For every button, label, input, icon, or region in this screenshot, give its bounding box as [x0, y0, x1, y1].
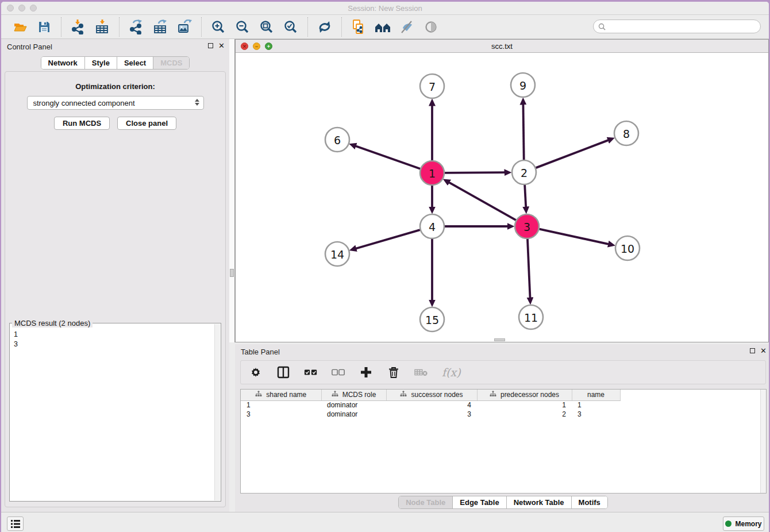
search-input[interactable] [606, 22, 760, 30]
main-toolbar [1, 15, 769, 39]
tab-network-table[interactable]: Network Table [507, 496, 572, 508]
memory-button[interactable]: Memory [723, 516, 764, 531]
table-cell[interactable]: 3 [386, 410, 477, 419]
horizontal-scrollbar-thumb[interactable] [494, 338, 505, 341]
svg-text:7: 7 [429, 80, 436, 93]
float-table-panel-icon[interactable] [750, 348, 755, 353]
save-session-icon[interactable] [36, 18, 53, 36]
column-header-shared-name[interactable]: shared name [241, 390, 321, 400]
tab-edge-table[interactable]: Edge Table [453, 496, 506, 508]
show-graphics-details-icon[interactable] [422, 18, 440, 36]
first-neighbors-icon[interactable] [374, 18, 391, 36]
graph-node-10[interactable]: 10 [615, 236, 640, 260]
table-cell[interactable]: 1 [241, 400, 321, 410]
table-toolbar: f(x) [240, 360, 766, 384]
split-panel-icon[interactable] [276, 365, 290, 379]
close-panel-icon[interactable]: ✕ [218, 43, 225, 49]
svg-text:15: 15 [425, 314, 439, 326]
table-scrollbar[interactable] [760, 390, 766, 493]
function-builder-icon[interactable]: f(x) [442, 366, 461, 379]
open-session-icon[interactable] [11, 18, 29, 36]
table-row[interactable]: 1dominator411 [241, 400, 620, 410]
shared-column-icon [490, 391, 496, 399]
graph-node-6[interactable]: 6 [325, 128, 349, 152]
table-cell[interactable]: 1 [572, 400, 620, 410]
graph-edge-2-9[interactable] [523, 105, 523, 160]
optimization-criterion-select[interactable]: strongly connected component [27, 96, 204, 110]
tab-select[interactable]: Select [117, 57, 153, 69]
network-canvas[interactable]: 7968124314101511 [236, 53, 768, 342]
tab-style[interactable]: Style [85, 57, 117, 69]
table-panel-title: Table Panel [241, 348, 280, 356]
zoom-in-icon[interactable] [210, 18, 227, 36]
network-graph[interactable]: 7968124314101511 [236, 53, 768, 342]
column-header-predecessor-nodes[interactable]: predecessor nodes [477, 390, 572, 400]
result-scrollbar[interactable] [214, 324, 220, 500]
tab-motifs[interactable]: Motifs [572, 496, 607, 508]
tab-network[interactable]: Network [41, 57, 85, 69]
export-image-icon[interactable] [176, 18, 193, 36]
graph-edge-4-14[interactable] [356, 230, 420, 248]
column-header-MCDS-role[interactable]: MCDS role [321, 390, 386, 400]
export-network-icon[interactable] [128, 18, 145, 36]
deselect-all-columns-icon[interactable] [332, 365, 345, 379]
export-table-icon[interactable] [152, 18, 169, 36]
graph-node-7[interactable]: 7 [420, 74, 444, 98]
import-table-icon[interactable] [94, 18, 111, 36]
graph-node-2[interactable]: 2 [512, 160, 536, 184]
delete-table-icon[interactable] [414, 365, 428, 379]
graph-node-1[interactable]: 1 [420, 161, 444, 185]
vertical-scrollbar[interactable] [229, 39, 235, 342]
graph-node-3[interactable]: 3 [515, 214, 539, 238]
hide-graphics-details-icon[interactable] [398, 18, 415, 36]
column-header-name[interactable]: name [572, 390, 620, 400]
shared-column-icon [255, 391, 262, 399]
graph-node-15[interactable]: 15 [420, 307, 444, 331]
graph-node-11[interactable]: 11 [519, 305, 543, 329]
select-all-columns-icon[interactable] [304, 365, 318, 379]
table-cell[interactable]: 3 [572, 410, 620, 419]
table-cell[interactable]: dominator [321, 400, 386, 410]
graph-edge-2-3[interactable] [525, 185, 526, 207]
graph-edge-2-8[interactable] [536, 140, 609, 168]
graph-edge-3-11[interactable] [528, 239, 530, 298]
tab-mcds[interactable]: MCDS [153, 57, 189, 69]
table-row[interactable]: 3dominator323 [241, 410, 620, 419]
table-settings-icon[interactable] [249, 365, 263, 379]
control-panel-tabs: NetworkStyleSelectMCDS [41, 56, 190, 70]
svg-text:14: 14 [330, 248, 344, 261]
optimization-criterion-label: Optimization criterion: [5, 82, 225, 91]
table-cell[interactable]: 4 [386, 400, 477, 410]
task-history-button[interactable] [7, 516, 24, 531]
graph-edge-3-10[interactable] [539, 229, 608, 244]
column-header-successor-nodes[interactable]: successor nodes [386, 390, 477, 400]
graph-edge-1-6[interactable] [356, 146, 420, 168]
tab-node-table[interactable]: Node Table [399, 496, 453, 508]
delete-column-icon[interactable] [387, 365, 401, 379]
zoom-out-icon[interactable] [234, 18, 251, 36]
svg-text:6: 6 [334, 134, 341, 147]
run-mcds-button[interactable]: Run MCDS [54, 117, 110, 130]
close-panel-button[interactable]: Close panel [117, 117, 176, 130]
table-cell[interactable]: 2 [477, 410, 572, 419]
table-cell[interactable]: 3 [241, 410, 321, 419]
import-network-icon[interactable] [70, 18, 87, 36]
graph-node-4[interactable]: 4 [420, 214, 444, 238]
close-table-panel-icon[interactable]: ✕ [760, 348, 767, 354]
table-cell[interactable]: 1 [477, 400, 572, 410]
float-panel-icon[interactable] [208, 43, 213, 48]
graph-edge-3-1[interactable] [449, 183, 516, 221]
refresh-layout-icon[interactable] [316, 18, 333, 36]
add-column-icon[interactable] [359, 365, 373, 379]
zoom-fit-icon[interactable] [258, 18, 275, 36]
graph-node-8[interactable]: 8 [614, 121, 638, 145]
toolbar-separator [201, 17, 202, 37]
table-cell[interactable]: dominator [321, 410, 386, 419]
graph-node-14[interactable]: 14 [325, 242, 349, 266]
zoom-selected-icon[interactable] [282, 18, 299, 36]
clone-network-icon[interactable] [350, 18, 367, 36]
vertical-scrollbar-thumb[interactable] [230, 269, 234, 277]
graph-node-9[interactable]: 9 [511, 73, 535, 97]
graph-edge-1-2[interactable] [445, 172, 505, 173]
network-view-window: ✕ − + scc.txt 7968124314101511 [235, 39, 769, 342]
